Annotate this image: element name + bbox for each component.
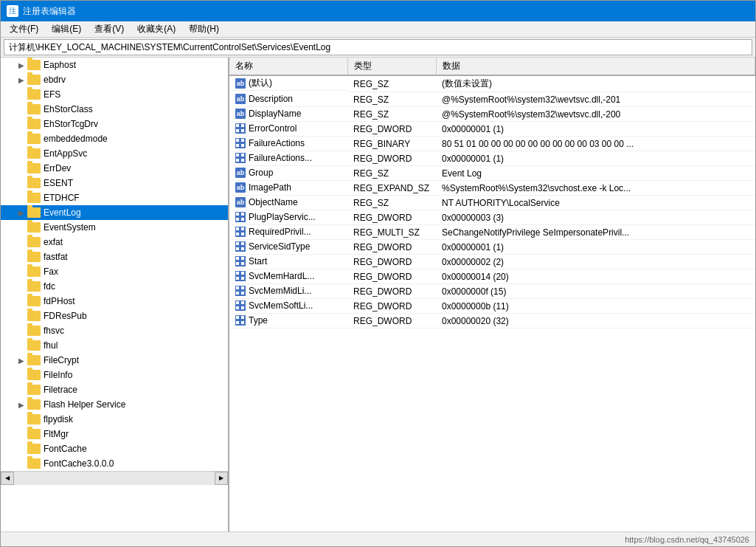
table-row[interactable]: StartREG_DWORD0x00000002 (2) (229, 255, 755, 269)
tree-item[interactable]: ▶Eaphost (1, 58, 228, 72)
menu-file[interactable]: 文件(F) (4, 21, 44, 37)
menu-favorites[interactable]: 收藏夹(A) (131, 21, 181, 37)
tree-item[interactable]: fhul (1, 338, 228, 353)
table-row[interactable]: ab(默认)REG_SZ(数值未设置) (229, 75, 755, 92)
tree-item[interactable]: FontCache3.0.0.0 (1, 456, 228, 471)
table-row[interactable]: FailureActions...REG_DWORD0x00000001 (1) (229, 151, 755, 166)
table-row[interactable]: RequiredPrivil...REG_MULTI_SZSeChangeNot… (229, 225, 755, 240)
tree-item[interactable]: EhStorTcgDrv (1, 117, 228, 131)
folder-icon (27, 399, 41, 410)
menu-help[interactable]: 帮助(H) (183, 21, 225, 37)
table-row[interactable]: SvcMemSoftLi...REG_DWORD0x0000000b (11) (229, 299, 755, 314)
reg-data-cell: @%SystemRoot%\system32\wevtsvc.dll,-201 (436, 92, 755, 107)
table-row[interactable]: ServiceSidTypeREG_DWORD0x00000001 (1) (229, 240, 755, 255)
tree-item[interactable]: EventSystem (1, 220, 228, 235)
reg-name-cell: abDescription (229, 92, 347, 107)
tree-item-label: ETDHCF (44, 193, 80, 203)
reg-data-cell: 0x00000003 (3) (436, 210, 755, 225)
scroll-track[interactable] (14, 472, 215, 485)
tree-item-label: EFS (44, 89, 60, 100)
reg-type-cell: REG_DWORD (347, 240, 436, 255)
col-header-type[interactable]: 类型 (347, 58, 436, 75)
table-row[interactable]: abObjectNameREG_SZNT AUTHORITY\LocalServ… (229, 196, 755, 210)
folder-icon (27, 222, 41, 233)
tree-item[interactable]: fhsvc (1, 323, 228, 338)
tree-item[interactable]: FileInfo (1, 368, 228, 382)
scroll-left-btn[interactable]: ◀ (1, 472, 14, 485)
folder-icon (27, 385, 41, 395)
tree-item[interactable]: ▶EventLog (1, 205, 228, 220)
tree-item[interactable]: ESENT (1, 176, 228, 190)
menu-edit[interactable]: 编辑(E) (46, 21, 87, 37)
scroll-right-btn[interactable]: ▶ (215, 472, 228, 485)
table-row[interactable]: PlugPlayServic...REG_DWORD0x00000003 (3) (229, 210, 755, 225)
folder-icon (27, 89, 41, 100)
table-row[interactable]: SvcMemHardL...REG_DWORD0x00000014 (20) (229, 269, 755, 284)
tree-item-label: ErrDev (44, 163, 71, 173)
tree-item[interactable]: EFS (1, 87, 228, 102)
tree-item[interactable]: Filetrace (1, 382, 228, 397)
reg-name-cell: RequiredPrivil... (229, 225, 347, 240)
col-header-data[interactable]: 数据 (436, 58, 755, 75)
address-bar[interactable]: 计算机\HKEY_LOCAL_MACHINE\SYSTEM\CurrentCon… (4, 39, 752, 55)
folder-icon (27, 252, 41, 262)
tree-item[interactable]: embeddedmode (1, 131, 228, 146)
tree-item[interactable]: FDResPub (1, 309, 228, 323)
expand-arrow[interactable]: ▶ (15, 209, 27, 217)
tree-item[interactable]: ▶Flash Helper Service (1, 397, 228, 412)
expand-arrow[interactable]: ▶ (15, 61, 27, 69)
expand-arrow[interactable]: ▶ (15, 401, 27, 409)
tree-item[interactable]: Fax (1, 264, 228, 279)
reg-name-label: ErrorControl (249, 123, 296, 134)
tree-item-label: FDResPub (44, 311, 87, 321)
reg-data-cell: 0x00000002 (2) (436, 255, 755, 269)
ab-icon: ab (235, 78, 246, 89)
tree-item[interactable]: FltMgr (1, 427, 228, 441)
reg-name-label: SvcMemSoftLi... (249, 300, 313, 311)
table-row[interactable]: FailureActionsREG_BINARY80 51 01 00 00 0… (229, 137, 755, 151)
tree-item-label: Flash Helper Service (44, 399, 125, 410)
reg-name-cell: abGroup (229, 166, 347, 181)
tree-item[interactable]: flpydisk (1, 412, 228, 427)
tree-item[interactable]: ▶FileCrypt (1, 353, 228, 368)
table-row[interactable]: abImagePathREG_EXPAND_SZ%SystemRoot%\Sys… (229, 181, 755, 196)
menu-view[interactable]: 查看(V) (89, 21, 130, 37)
reg-data-cell: 0x0000000b (11) (436, 299, 755, 314)
tree-item-label: exfat (44, 237, 63, 247)
folder-icon (27, 311, 41, 321)
folder-icon (27, 266, 41, 277)
tree-item[interactable]: EhStorClass (1, 102, 228, 117)
expand-arrow[interactable]: ▶ (15, 357, 27, 365)
col-header-name[interactable]: 名称 (229, 58, 347, 75)
reg-type-cell: REG_DWORD (347, 314, 436, 328)
table-row[interactable]: ErrorControlREG_DWORD0x00000001 (1) (229, 122, 755, 137)
tree-item[interactable]: fdPHost (1, 294, 228, 309)
grid-icon (235, 241, 246, 252)
table-row[interactable]: abGroupREG_SZEvent Log (229, 166, 755, 181)
table-row[interactable]: abDescriptionREG_SZ@%SystemRoot%\system3… (229, 92, 755, 107)
folder-icon (27, 178, 41, 188)
tree-item[interactable]: ▶ebdrv (1, 72, 228, 87)
tree-item[interactable]: ErrDev (1, 161, 228, 176)
reg-data-cell: 0x00000014 (20) (436, 269, 755, 284)
status-text: https://blog.csdn.net/qq_43745026 (625, 535, 749, 544)
expand-arrow[interactable]: ▶ (15, 76, 27, 84)
reg-data-cell: 0x00000001 (1) (436, 122, 755, 137)
tree-item[interactable]: fastfat (1, 250, 228, 264)
table-row[interactable]: TypeREG_DWORD0x00000020 (32) (229, 314, 755, 328)
reg-name-cell: Start (229, 255, 347, 269)
tree-item[interactable]: ETDHCF (1, 190, 228, 205)
app-icon: 注 (7, 5, 18, 17)
tree-item[interactable]: exfat (1, 235, 228, 250)
reg-data-cell: Event Log (436, 166, 755, 181)
tree-item[interactable]: fdc (1, 279, 228, 294)
table-row[interactable]: abDisplayNameREG_SZ@%SystemRoot%\system3… (229, 107, 755, 122)
folder-icon (27, 193, 41, 203)
tree-item[interactable]: FontCache (1, 441, 228, 456)
reg-type-cell: REG_DWORD (347, 269, 436, 284)
reg-type-cell: REG_DWORD (347, 284, 436, 299)
reg-name-label: FailureActions (249, 138, 305, 148)
table-row[interactable]: SvcMemMidLi...REG_DWORD0x0000000f (15) (229, 284, 755, 299)
tree-item[interactable]: EntAppSvc (1, 146, 228, 161)
tree-hscrollbar[interactable]: ◀ ▶ (1, 471, 228, 484)
